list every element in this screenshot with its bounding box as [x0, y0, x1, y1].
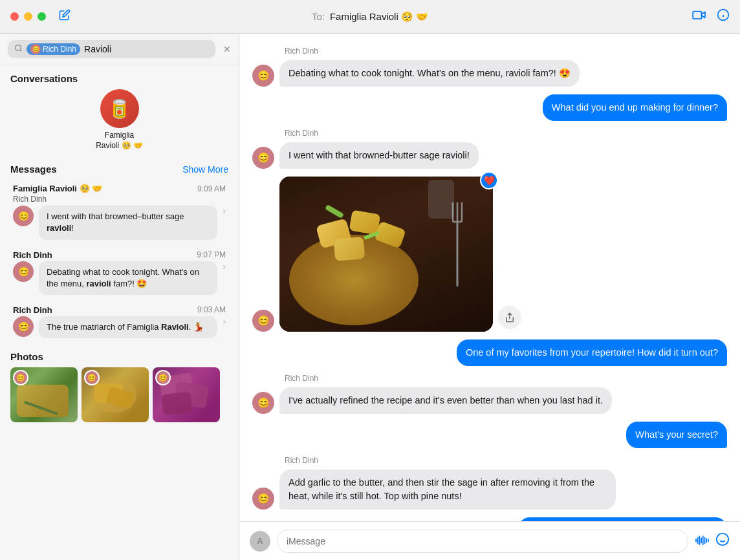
msg-sender-name-1: Rich Dinh — [285, 47, 727, 56]
msg-result-avatar-1: 😊 — [13, 206, 34, 226]
conversation-item[interactable]: 🥫 FamigliaRavioli 🥺 🤝 — [10, 89, 228, 151]
msg-result-row-2: 😊 Debating what to cook tonight. What's … — [13, 261, 226, 295]
to-label: To: — [312, 11, 325, 22]
photo-thumb-2[interactable]: 😊 — [82, 367, 149, 422]
chat-area: Rich Dinh 😊 Debating what to cook tonigh… — [239, 34, 740, 560]
msg-chat-avatar-6: 😊 — [252, 392, 274, 414]
msg-bubble-7: What's your secret? — [626, 422, 727, 448]
photos-section: Photos 😊 😊 — [0, 343, 239, 430]
input-avatar: A — [250, 531, 270, 552]
msg-chat-avatar-1: 😊 — [252, 65, 274, 87]
msg-row-3: 😊 I went with that browned-butter sage r… — [252, 142, 727, 169]
show-more-button[interactable]: Show More — [182, 164, 228, 175]
search-input-wrap[interactable]: 😊 Rich Dinh Ravioli — [8, 40, 215, 58]
close-button[interactable] — [10, 12, 19, 21]
msg-result-name-2: Rich Dinh — [13, 250, 52, 260]
sidebar: 😊 Rich Dinh Ravioli ✕ Conversations 🥫 Fa… — [0, 34, 239, 560]
msg-result-avatar-3: 😊 — [13, 316, 34, 337]
msg-row-1: 😊 Debating what to cook tonight. What's … — [252, 60, 727, 87]
msg-result-time-3: 9:03 AM — [197, 305, 226, 314]
msg-result-avatar-2: 😊 — [13, 261, 34, 282]
photos-grid: 😊 😊 — [10, 367, 228, 422]
chat-image-wrap: ❤️ — [279, 177, 493, 332]
msg-result-time-1: 9:09 AM — [197, 184, 226, 193]
svg-rect-0 — [693, 12, 701, 19]
msg-chat-avatar-4: 😊 — [252, 310, 274, 332]
msg-bubble-5: One of my favorites from your repertoire… — [457, 339, 727, 366]
msg-group-3: Rich Dinh 😊 I went with that browned-but… — [252, 129, 727, 169]
messages-title: Messages — [10, 164, 57, 175]
msg-result-time-2: 9:07 PM — [197, 250, 226, 259]
msg-bubble-3: I went with that browned-butter sage rav… — [279, 142, 479, 169]
info-button[interactable] — [717, 8, 730, 25]
msg-row-8: 😊 Add garlic to the butter, and then sti… — [252, 469, 727, 510]
msg-bubble-6: I've actually refined the recipe and it'… — [279, 387, 612, 414]
msg-sender-name-8: Rich Dinh — [285, 456, 727, 465]
msg-chevron-3: › — [223, 316, 226, 327]
msg-group-6: Rich Dinh 😊 I've actually refined the re… — [252, 374, 727, 414]
photos-title: Photos — [10, 349, 228, 362]
titlebar-actions — [692, 8, 730, 25]
conversation-avatar: 🥫 — [100, 89, 139, 128]
msg-chat-avatar-8: 😊 — [252, 488, 274, 510]
titlebar-center: To: Famiglia Ravioli 🥺 🤝 — [312, 11, 428, 23]
msg-row-7: What's your secret? — [252, 422, 727, 448]
message-result-2[interactable]: Rich Dinh 9:07 PM 😊 Debating what to coo… — [3, 245, 236, 300]
messages-section: Messages Show More Famiglia Ravioli 🥺 🤝 … — [0, 158, 239, 343]
msg-result-preview-2: Debating what to cook tonight. What's on… — [39, 261, 217, 295]
message-result-3[interactable]: Rich Dinh 9:03 AM 😊 The true matriarch o… — [3, 300, 236, 343]
photo-thumb-1[interactable]: 😊 — [10, 367, 78, 422]
msg-result-row-1: 😊 I went with that browned–butter sage r… — [13, 206, 226, 239]
msg-bubble-1: Debating what to cook tonight. What's on… — [279, 60, 580, 87]
msg-sender-name-6: Rich Dinh — [285, 374, 727, 383]
photo-thumb-3[interactable]: 😊 — [153, 367, 220, 422]
maximize-button[interactable] — [38, 12, 46, 21]
msg-group-4: 😊 — [252, 177, 727, 332]
conversations-section: Conversations 🥫 FamigliaRavioli 🥺 🤝 — [0, 65, 239, 158]
contact-tag-avatar: 😊 — [30, 44, 41, 54]
search-clear-button[interactable]: ✕ — [223, 44, 231, 54]
conversations-title: Conversations — [0, 65, 239, 89]
audio-waveform-button[interactable] — [695, 533, 709, 548]
msg-chevron-1: › — [223, 206, 226, 216]
photo-avatar-2: 😊 — [84, 370, 100, 385]
chat-messages: Rich Dinh 😊 Debating what to cook tonigh… — [239, 34, 740, 521]
contact-tag: 😊 Rich Dinh — [27, 43, 80, 55]
compose-button[interactable] — [59, 9, 71, 24]
video-call-button[interactable] — [692, 10, 706, 23]
msg-bubble-2: What did you end up making for dinner? — [543, 94, 727, 121]
msg-row-5: One of my favorites from your repertoire… — [252, 339, 727, 366]
reaction-badge: ❤️ — [480, 171, 498, 189]
msg-result-header-1: Famiglia Ravioli 🥺 🤝 9:09 AM — [13, 184, 226, 193]
msg-result-preview-1: I went with that browned–butter sage rav… — [39, 206, 217, 239]
msg-result-header-3: Rich Dinh 9:03 AM — [13, 305, 226, 315]
msg-result-sender-1: Rich Dinh — [13, 195, 226, 204]
msg-bubble-8: Add garlic to the butter, and then stir … — [279, 469, 616, 510]
msg-result-preview-3: The true matriarch of Famiglia Ravioli. … — [39, 316, 217, 338]
chat-image-container: 😊 — [252, 177, 727, 332]
msg-group-7: What's your secret? — [252, 422, 727, 448]
svg-line-5 — [20, 50, 21, 51]
search-icon — [14, 44, 23, 54]
msg-row-6: 😊 I've actually refined the recipe and i… — [252, 387, 727, 414]
message-result-1[interactable]: Famiglia Ravioli 🥺 🤝 9:09 AM Rich Dinh 😊… — [3, 178, 236, 244]
messages-header: Messages Show More — [0, 158, 239, 178]
msg-row-2: What did you end up making for dinner? — [252, 94, 727, 121]
search-text: Ravioli — [84, 44, 111, 54]
share-button[interactable] — [498, 306, 521, 329]
main-layout: 😊 Rich Dinh Ravioli ✕ Conversations 🥫 Fa… — [0, 34, 740, 560]
titlebar: To: Famiglia Ravioli 🥺 🤝 — [0, 0, 740, 34]
emoji-button[interactable] — [715, 532, 730, 550]
msg-group-2: What did you end up making for dinner? — [252, 94, 727, 121]
conversation-name: FamigliaRavioli 🥺 🤝 — [96, 131, 143, 151]
minimize-button[interactable] — [24, 12, 32, 21]
input-bar: A — [239, 521, 740, 560]
msg-sender-name-3: Rich Dinh — [285, 129, 727, 138]
msg-result-name-1: Famiglia Ravioli 🥺 🤝 — [13, 184, 102, 193]
message-input[interactable] — [277, 530, 688, 553]
msg-result-row-3: 😊 The true matriarch of Famiglia Ravioli… — [13, 316, 226, 338]
msg-result-name-3: Rich Dinh — [13, 305, 52, 315]
photo-avatar-3: 😊 — [155, 370, 171, 385]
svg-point-4 — [16, 45, 21, 51]
chat-image-ravioli[interactable] — [279, 177, 493, 332]
